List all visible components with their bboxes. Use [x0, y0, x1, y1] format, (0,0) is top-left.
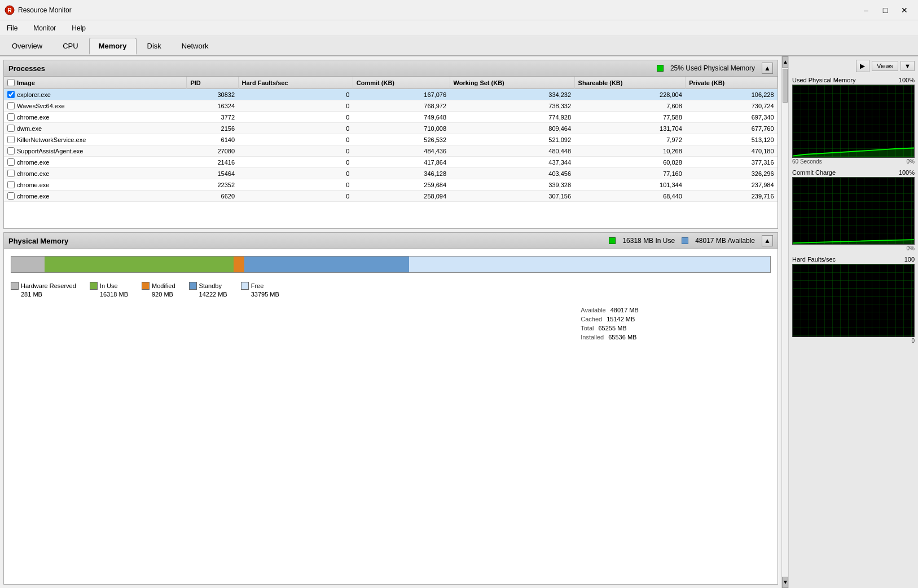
row-checkbox-2[interactable] [7, 113, 15, 121]
cell-private-2: 697,340 [686, 112, 778, 123]
row-checkbox-7[interactable] [7, 170, 15, 177]
cell-commit-7: 346,128 [353, 168, 450, 179]
row-checkbox-3[interactable] [7, 125, 15, 132]
menu-help[interactable]: Help [68, 23, 89, 34]
col-hard-faults[interactable]: Hard Faults/sec [238, 77, 353, 89]
chart-commit-bottom-right: 0% [907, 245, 915, 251]
scroll-down-button[interactable]: ▼ [782, 577, 788, 588]
tab-network[interactable]: Network [172, 38, 218, 54]
chart-used-physical-area [792, 85, 915, 158]
views-dropdown-button[interactable]: ▼ [901, 61, 915, 71]
cell-pid-9: 6620 [187, 191, 238, 202]
cell-commit-1: 768,972 [353, 100, 450, 112]
legend-inuse: In Use 16318 MB [90, 282, 128, 298]
menu-file[interactable]: File [3, 23, 21, 34]
close-button[interactable]: ✕ [895, 3, 913, 17]
memory-available-label: 48017 MB Available [695, 237, 755, 245]
cell-shareable-0: 228,004 [574, 89, 686, 100]
chart-commit-label: Commit Charge [792, 169, 836, 176]
legend-free-label: Free [251, 282, 264, 289]
chart-hard-faults-label: Hard Faults/sec [792, 256, 836, 263]
cell-private-9: 239,716 [686, 191, 778, 202]
expand-right-button[interactable]: ▶ [856, 60, 869, 72]
cell-shareable-4: 7,972 [574, 134, 686, 145]
table-row: chrome.exe 15464 0 346,128 403,456 77,16… [4, 168, 778, 179]
legend-hw-value: 281 MB [11, 291, 42, 298]
cell-private-1: 730,724 [686, 100, 778, 112]
tab-overview[interactable]: Overview [2, 38, 52, 54]
memory-bar [11, 256, 771, 273]
legend-hw-label: Hardware Reserved [21, 282, 76, 289]
stat-total-value: 65255 MB [599, 325, 627, 331]
col-commit[interactable]: Commit (KB) [353, 77, 450, 89]
legend-modified-value: 920 MB [142, 291, 173, 298]
title-bar: R Resource Monitor – □ ✕ [0, 0, 918, 20]
memory-inuse-dot [609, 237, 616, 244]
cell-shareable-7: 77,160 [574, 168, 686, 179]
col-working-set[interactable]: Working Set (KB) [450, 77, 574, 89]
cell-commit-8: 259,684 [353, 179, 450, 191]
chart-used-physical-label: Used Physical Memory [792, 77, 855, 83]
physical-memory-label: Physical Memory [8, 237, 68, 245]
row-checkbox-0[interactable] [7, 91, 15, 98]
scroll-thumb[interactable] [783, 69, 788, 103]
row-checkbox-6[interactable] [7, 158, 15, 166]
bar-free [409, 257, 770, 272]
stat-installed-value: 65536 MB [608, 334, 636, 341]
main-scrollbar[interactable]: ▲ ▼ [781, 56, 788, 588]
cell-workingset-8: 339,328 [450, 179, 574, 191]
cell-hardfaults-9: 0 [238, 191, 353, 202]
stat-available-label: Available [581, 307, 605, 313]
row-checkbox-5[interactable] [7, 147, 15, 154]
row-checkbox-1[interactable] [7, 102, 15, 109]
col-image[interactable]: Image [4, 77, 187, 89]
col-pid[interactable]: PID [187, 77, 238, 89]
window-title: Resource Monitor [18, 6, 72, 14]
processes-header[interactable]: Processes 25% Used Physical Memory ▲ [3, 60, 778, 77]
views-button[interactable]: Views [872, 61, 898, 71]
swatch-inuse [90, 282, 98, 290]
col-private[interactable]: Private (KB) [686, 77, 778, 89]
table-row: WavesSvc64.exe 16324 0 768,972 738,332 7… [4, 100, 778, 112]
row-checkbox-4[interactable] [7, 136, 15, 143]
cell-workingset-7: 403,456 [450, 168, 574, 179]
physical-memory-header[interactable]: Physical Memory 16318 MB In Use 48017 MB… [3, 232, 778, 249]
cell-pid-7: 15464 [187, 168, 238, 179]
processes-section: Processes 25% Used Physical Memory ▲ [3, 60, 778, 229]
bar-standby [244, 257, 409, 272]
tab-cpu[interactable]: CPU [53, 38, 87, 54]
cell-private-7: 326,296 [686, 168, 778, 179]
physical-memory-collapse-button[interactable]: ▲ [762, 235, 773, 246]
maximize-button[interactable]: □ [876, 3, 894, 17]
table-row: dwm.exe 2156 0 710,008 809,464 131,704 6… [4, 123, 778, 134]
cell-pid-8: 22352 [187, 179, 238, 191]
chart-hard-faults-area [792, 264, 915, 337]
row-checkbox-9[interactable] [7, 192, 15, 200]
menu-monitor[interactable]: Monitor [30, 23, 59, 34]
chart-used-physical-bottom-right: 0% [907, 158, 915, 165]
scroll-up-button[interactable]: ▲ [782, 56, 788, 68]
cell-shareable-5: 10,268 [574, 145, 686, 157]
cell-shareable-1: 7,608 [574, 100, 686, 112]
cell-image-9: chrome.exe [4, 191, 187, 202]
tab-disk[interactable]: Disk [138, 38, 171, 54]
cell-commit-6: 417,864 [353, 157, 450, 168]
select-all-checkbox[interactable] [7, 79, 15, 86]
minimize-button[interactable]: – [857, 3, 875, 17]
tab-memory[interactable]: Memory [89, 38, 137, 55]
chart-grid-3 [793, 264, 914, 337]
processes-collapse-button[interactable]: ▲ [762, 63, 773, 74]
cell-workingset-5: 480,448 [450, 145, 574, 157]
memory-stats-values: Available 48017 MB Cached 15142 MB Total… [581, 307, 771, 341]
row-checkbox-8[interactable] [7, 181, 15, 188]
chart-hard-faults: Hard Faults/sec 100 0 [792, 256, 915, 344]
col-shareable[interactable]: Shareable (KB) [574, 77, 686, 89]
cell-pid-6: 21416 [187, 157, 238, 168]
table-row: chrome.exe 22352 0 259,684 339,328 101,3… [4, 179, 778, 191]
swatch-free [241, 282, 249, 290]
stat-total-label: Total [581, 325, 594, 331]
cell-commit-0: 167,076 [353, 89, 450, 100]
cell-hardfaults-6: 0 [238, 157, 353, 168]
cell-private-6: 377,316 [686, 157, 778, 168]
stat-available-value: 48017 MB [610, 307, 639, 313]
